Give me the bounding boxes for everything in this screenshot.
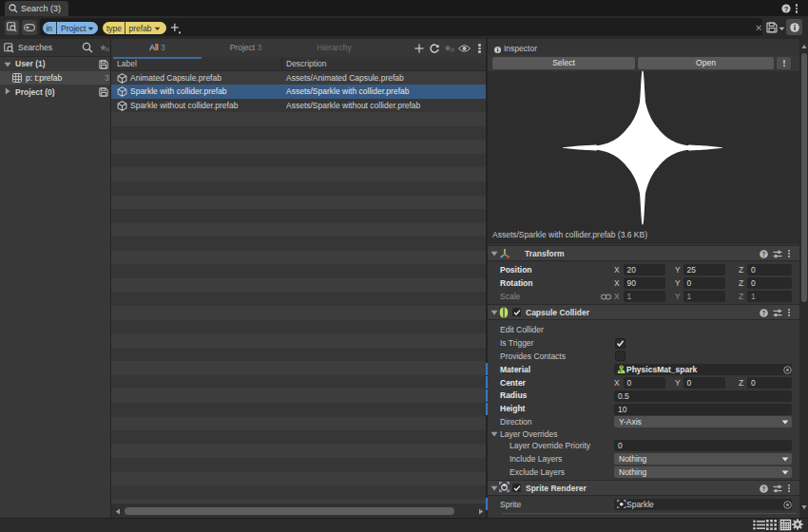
svg-text:?: ?	[762, 250, 766, 256]
svg-text:?: ?	[762, 309, 766, 315]
svg-text:?: ?	[784, 5, 789, 13]
svg-text:?: ?	[762, 484, 766, 491]
